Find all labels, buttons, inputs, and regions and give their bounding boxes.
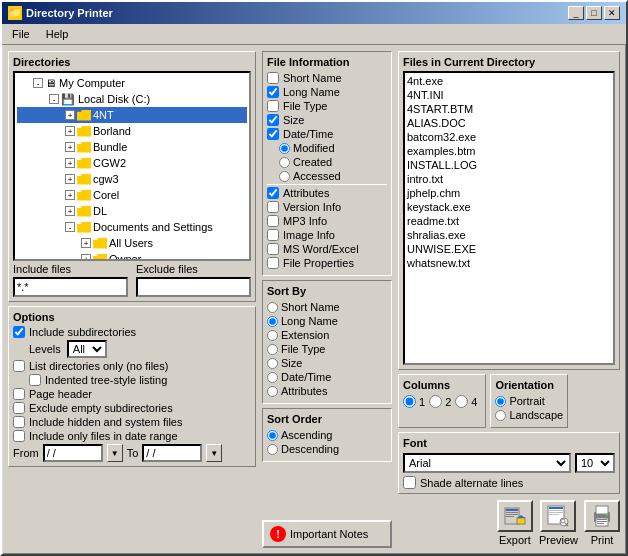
indented-tree-checkbox[interactable] (29, 374, 41, 386)
font-size-select[interactable]: 10 8 12 (575, 453, 615, 473)
sort-file-type-radio[interactable] (267, 344, 278, 355)
ascending-radio[interactable] (267, 430, 278, 441)
list-item[interactable]: UNWISE.EXE (407, 243, 611, 257)
shade-label: Shade alternate lines (420, 477, 523, 489)
list-item[interactable]: readme.txt (407, 215, 611, 229)
list-dirs-only-checkbox[interactable] (13, 360, 25, 372)
col-1-radio[interactable] (403, 395, 416, 408)
important-notes-button[interactable]: ! Important Notes (262, 520, 392, 548)
page-header-checkbox[interactable] (13, 388, 25, 400)
datetime-checkbox[interactable] (267, 128, 279, 140)
mp3-info-checkbox[interactable] (267, 215, 279, 227)
list-item[interactable]: ALIAS.DOC (407, 117, 611, 131)
to-date-dropdown[interactable]: ▼ (206, 444, 222, 462)
to-date-input[interactable] (142, 444, 202, 462)
tree-item-dl[interactable]: + DL (17, 203, 247, 219)
expand-owner[interactable]: + (81, 254, 91, 261)
expand-borland[interactable]: + (65, 126, 75, 136)
list-item[interactable]: INSTALL.LOG (407, 159, 611, 173)
portrait-radio[interactable] (495, 396, 506, 407)
list-item[interactable]: 4START.BTM (407, 103, 611, 117)
exclude-files-input[interactable] (136, 277, 251, 297)
list-item[interactable]: whatsnew.txt (407, 257, 611, 271)
tree-item-documents[interactable]: - Documents and Settings (17, 219, 247, 235)
expand-localdisk[interactable]: - (49, 94, 59, 104)
list-item[interactable]: 4nt.exe (407, 75, 611, 89)
list-item[interactable]: batcom32.exe (407, 131, 611, 145)
version-info-checkbox[interactable] (267, 201, 279, 213)
sort-attributes-radio[interactable] (267, 386, 278, 397)
menu-file[interactable]: File (6, 26, 36, 42)
tree-item-owner[interactable]: + Owner (17, 251, 247, 261)
descending-radio[interactable] (267, 444, 278, 455)
expand-dl[interactable]: + (65, 206, 75, 216)
ms-word-checkbox[interactable] (267, 243, 279, 255)
sort-size-radio[interactable] (267, 358, 278, 369)
landscape-label: Landscape (509, 409, 563, 421)
tree-item-4nt[interactable]: + 4NT (17, 107, 247, 123)
tree-item-borland[interactable]: + Borland (17, 123, 247, 139)
file-type-checkbox[interactable] (267, 100, 279, 112)
accessed-radio[interactable] (279, 171, 290, 182)
sort-short-name-radio[interactable] (267, 302, 278, 313)
minimize-button[interactable]: _ (568, 6, 584, 20)
list-item[interactable]: intro.txt (407, 173, 611, 187)
print-button[interactable]: Print (584, 500, 620, 546)
expand-4nt[interactable]: + (65, 110, 75, 120)
exclude-empty-checkbox[interactable] (13, 402, 25, 414)
sort-datetime-radio[interactable] (267, 372, 278, 383)
shade-checkbox[interactable] (403, 476, 416, 489)
include-files-input[interactable] (13, 277, 128, 297)
tree-item-cgw3[interactable]: + cgw3 (17, 171, 247, 187)
files-list[interactable]: 4nt.exe 4NT.INI 4START.BTM ALIAS.DOC bat… (403, 71, 615, 365)
font-select[interactable]: Arial Times New Roman Courier New (403, 453, 571, 473)
sort-long-name-radio[interactable] (267, 316, 278, 327)
landscape-radio[interactable] (495, 410, 506, 421)
image-info-checkbox[interactable] (267, 229, 279, 241)
modified-radio[interactable] (279, 143, 290, 154)
from-date-dropdown[interactable]: ▼ (107, 444, 123, 462)
tree-item-bundle[interactable]: + Bundle (17, 139, 247, 155)
folder-icon (77, 126, 91, 137)
short-name-checkbox[interactable] (267, 72, 279, 84)
expand-allusers[interactable]: + (81, 238, 91, 248)
file-properties-checkbox[interactable] (267, 257, 279, 269)
expand-bundle[interactable]: + (65, 142, 75, 152)
expand-documents[interactable]: - (65, 222, 75, 232)
attributes-checkbox[interactable] (267, 187, 279, 199)
list-item[interactable]: examples.btm (407, 145, 611, 159)
list-item[interactable]: 4NT.INI (407, 89, 611, 103)
export-button[interactable]: Export (497, 500, 533, 546)
tree-item-allusers[interactable]: + All Users (17, 235, 247, 251)
sort-size-label: Size (281, 357, 302, 369)
preview-button[interactable]: Preview (539, 500, 578, 546)
tree-item-localdisk[interactable]: - 💾 Local Disk (C:) (17, 91, 247, 107)
expand-mycomputer[interactable]: - (33, 78, 43, 88)
created-radio[interactable] (279, 157, 290, 168)
sort-extension-radio[interactable] (267, 330, 278, 341)
list-item[interactable]: jphelp.chm (407, 187, 611, 201)
col-4-radio[interactable] (455, 395, 468, 408)
col-2-radio[interactable] (429, 395, 442, 408)
size-checkbox[interactable] (267, 114, 279, 126)
close-button[interactable]: ✕ (604, 6, 620, 20)
levels-select[interactable]: All 123 (67, 340, 107, 358)
directory-tree[interactable]: - 🖥 My Computer - 💾 Local Disk (C:) (13, 71, 251, 261)
tree-item-mycomputer[interactable]: - 🖥 My Computer (17, 75, 247, 91)
expand-cgw2[interactable]: + (65, 158, 75, 168)
expand-cgw3[interactable]: + (65, 174, 75, 184)
tree-item-cgw2[interactable]: + CGW2 (17, 155, 247, 171)
orientation-label: Orientation (495, 379, 563, 391)
tree-item-corel[interactable]: + Corel (17, 187, 247, 203)
menu-help[interactable]: Help (40, 26, 75, 42)
include-subdirs-checkbox[interactable] (13, 326, 25, 338)
expand-corel[interactable]: + (65, 190, 75, 200)
long-name-checkbox[interactable] (267, 86, 279, 98)
maximize-button[interactable]: □ (586, 6, 602, 20)
list-item[interactable]: keystack.exe (407, 201, 611, 215)
datetime-options: Modified Created Accessed (267, 142, 387, 182)
list-item[interactable]: shralias.exe (407, 229, 611, 243)
from-date-input[interactable] (43, 444, 103, 462)
hidden-system-checkbox[interactable] (13, 416, 25, 428)
date-range-checkbox[interactable] (13, 430, 25, 442)
